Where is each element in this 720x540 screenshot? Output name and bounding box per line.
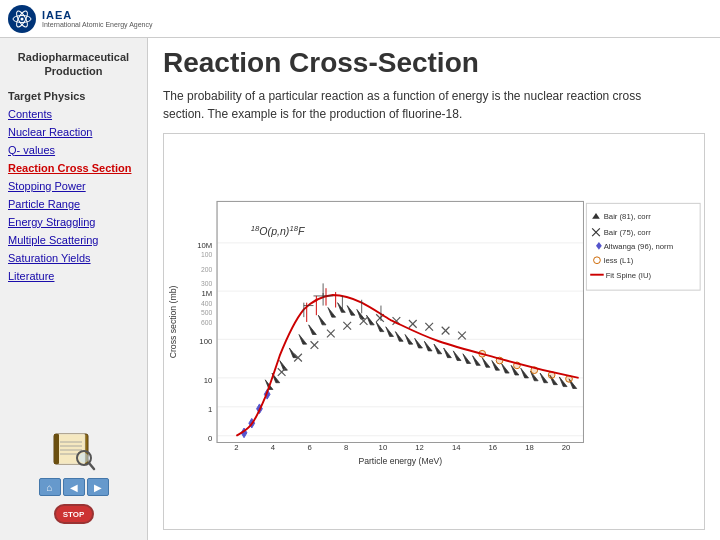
nav-home-button[interactable]: ⌂ xyxy=(39,478,61,496)
svg-text:Fit Spine (IU): Fit Spine (IU) xyxy=(606,270,652,279)
page-description: The probability of a particular reaction… xyxy=(163,87,643,123)
svg-text:200: 200 xyxy=(201,266,213,273)
sidebar-item-energy-straggling[interactable]: Energy Straggling xyxy=(0,213,147,231)
svg-text:8: 8 xyxy=(344,443,348,452)
sidebar-nav: Target Physics Contents Nuclear Reaction… xyxy=(0,87,147,285)
svg-point-13 xyxy=(79,453,89,463)
logo-iaea-text: IAEA xyxy=(42,9,153,21)
book-icon xyxy=(49,427,99,472)
svg-text:Altwanga (96), norm: Altwanga (96), norm xyxy=(604,241,673,250)
sidebar-title: Radiopharmaceutical Production xyxy=(0,46,147,87)
svg-rect-7 xyxy=(54,434,59,464)
svg-text:20: 20 xyxy=(562,443,571,452)
svg-text:0: 0 xyxy=(208,433,212,442)
sidebar-item-saturation-yields[interactable]: Saturation Yields xyxy=(0,249,147,267)
sidebar-item-contents[interactable]: Contents xyxy=(0,105,147,123)
sidebar-item-reaction-cross-section[interactable]: Reaction Cross Section xyxy=(0,159,147,177)
svg-text:Bair (75), corr: Bair (75), corr xyxy=(604,228,652,237)
svg-text:100: 100 xyxy=(199,337,212,346)
svg-text:10: 10 xyxy=(379,443,388,452)
svg-text:Bair (81), corr: Bair (81), corr xyxy=(604,212,652,221)
nav-next-button[interactable]: ▶ xyxy=(87,478,109,496)
svg-text:2: 2 xyxy=(234,443,238,452)
logo-text: IAEA International Atomic Energy Agency xyxy=(42,9,153,28)
svg-point-4 xyxy=(21,17,24,20)
svg-rect-16 xyxy=(217,201,583,442)
svg-text:10: 10 xyxy=(204,376,213,385)
svg-text:10M: 10M xyxy=(197,241,212,250)
svg-text:less (L1): less (L1) xyxy=(604,256,634,265)
sidebar-bottom: ⌂ ◀ ▶ STOP xyxy=(0,419,147,532)
svg-text:Cross section (mb): Cross section (mb) xyxy=(168,285,178,358)
nav-prev-button[interactable]: ◀ xyxy=(63,478,85,496)
page-title: Reaction Cross-Section xyxy=(163,48,705,79)
svg-text:500: 500 xyxy=(201,309,213,316)
chart-container: Cross section (mb) 0 1 10 100 1M 10M xyxy=(163,133,705,530)
svg-text:16: 16 xyxy=(489,443,498,452)
svg-text:1M: 1M xyxy=(202,289,213,298)
svg-line-14 xyxy=(89,463,94,469)
svg-text:14: 14 xyxy=(452,443,461,452)
sidebar-item-literature[interactable]: Literature xyxy=(0,267,147,285)
svg-text:18: 18 xyxy=(525,443,534,452)
header: IAEA International Atomic Energy Agency xyxy=(0,0,720,38)
sidebar-item-target-physics: Target Physics xyxy=(0,87,147,105)
stop-button[interactable]: STOP xyxy=(54,504,94,524)
iaea-logo: IAEA International Atomic Energy Agency xyxy=(8,5,153,33)
sidebar-item-q-values[interactable]: Q- values xyxy=(0,141,147,159)
svg-text:6: 6 xyxy=(307,443,311,452)
content-area: Reaction Cross-Section The probability o… xyxy=(148,38,720,540)
sidebar-item-particle-range[interactable]: Particle Range xyxy=(0,195,147,213)
reaction-chart: Cross section (mb) 0 1 10 100 1M 10M xyxy=(164,134,704,529)
nav-buttons: ⌂ ◀ ▶ xyxy=(39,478,109,496)
main-layout: Radiopharmaceutical Production Target Ph… xyxy=(0,38,720,540)
sidebar-item-nuclear-reaction[interactable]: Nuclear Reaction xyxy=(0,123,147,141)
svg-text:600: 600 xyxy=(201,319,213,326)
sidebar-item-multiple-scattering[interactable]: Multiple Scattering xyxy=(0,231,147,249)
logo-subtitle-text: International Atomic Energy Agency xyxy=(42,21,153,28)
sidebar-item-stopping-power[interactable]: Stopping Power xyxy=(0,177,147,195)
svg-text:12: 12 xyxy=(415,443,424,452)
svg-text:100: 100 xyxy=(201,251,213,258)
svg-text:400: 400 xyxy=(201,299,213,306)
svg-text:300: 300 xyxy=(201,280,213,287)
sidebar: Radiopharmaceutical Production Target Ph… xyxy=(0,38,148,540)
svg-text:1: 1 xyxy=(208,404,212,413)
logo-icon xyxy=(8,5,36,33)
svg-text:Particle energy (MeV): Particle energy (MeV) xyxy=(358,456,442,466)
svg-text:4: 4 xyxy=(271,443,276,452)
